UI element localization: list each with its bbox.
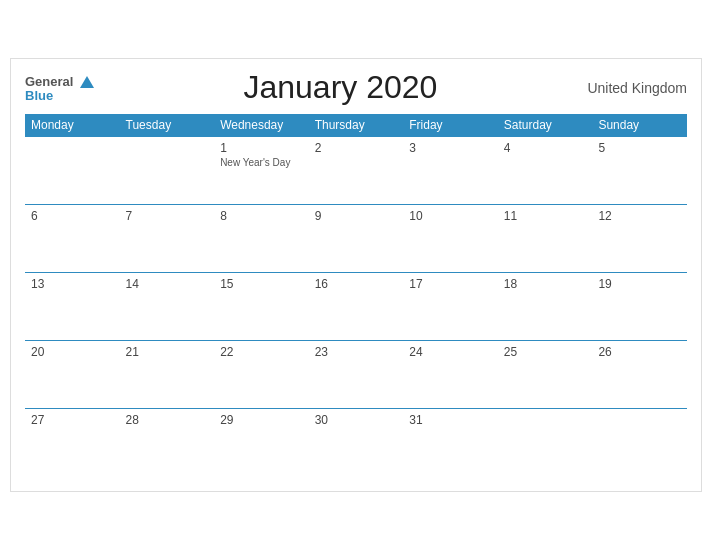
day-number: 24 [409,345,422,359]
calendar-cell: 8 [214,205,309,273]
calendar-cell: 21 [120,341,215,409]
calendar-cell [498,409,593,477]
calendar-body: 1New Year's Day2345678910111213141516171… [25,137,687,477]
calendar-cell: 9 [309,205,404,273]
day-number: 29 [220,413,233,427]
calendar-cell: 10 [403,205,498,273]
calendar-cell: 19 [592,273,687,341]
day-number: 3 [409,141,416,155]
day-number: 25 [504,345,517,359]
day-number: 5 [598,141,605,155]
day-number: 17 [409,277,422,291]
col-saturday: Saturday [498,114,593,137]
holiday-label: New Year's Day [220,157,303,168]
day-number: 22 [220,345,233,359]
day-number: 26 [598,345,611,359]
col-sunday: Sunday [592,114,687,137]
day-number: 18 [504,277,517,291]
day-number: 13 [31,277,44,291]
day-number: 8 [220,209,227,223]
logo-general-text: General [25,74,73,89]
calendar-cell [120,137,215,205]
calendar-cell: 16 [309,273,404,341]
calendar-cell: 28 [120,409,215,477]
col-tuesday: Tuesday [120,114,215,137]
logo-general: General [25,73,94,89]
logo: General Blue [25,73,94,102]
day-number: 30 [315,413,328,427]
calendar-cell [592,409,687,477]
calendar-cell: 12 [592,205,687,273]
calendar-cell: 26 [592,341,687,409]
logo-triangle-icon [80,76,94,88]
calendar-cell: 29 [214,409,309,477]
calendar-cell: 11 [498,205,593,273]
day-number: 27 [31,413,44,427]
col-monday: Monday [25,114,120,137]
day-number: 7 [126,209,133,223]
day-number: 16 [315,277,328,291]
calendar-cell [25,137,120,205]
calendar-cell: 18 [498,273,593,341]
day-number: 14 [126,277,139,291]
col-wednesday: Wednesday [214,114,309,137]
calendar-cell: 31 [403,409,498,477]
calendar-cell: 3 [403,137,498,205]
calendar-cell: 27 [25,409,120,477]
day-number: 2 [315,141,322,155]
calendar-cell: 7 [120,205,215,273]
calendar: General Blue January 2020 United Kingdom… [10,58,702,492]
calendar-cell: 2 [309,137,404,205]
calendar-week-2: 6789101112 [25,205,687,273]
calendar-cell: 13 [25,273,120,341]
day-number: 31 [409,413,422,427]
day-number: 23 [315,345,328,359]
days-header-row: Monday Tuesday Wednesday Thursday Friday… [25,114,687,137]
day-number: 4 [504,141,511,155]
calendar-week-1: 1New Year's Day2345 [25,137,687,205]
day-number: 19 [598,277,611,291]
day-number: 21 [126,345,139,359]
calendar-cell: 17 [403,273,498,341]
calendar-cell: 1New Year's Day [214,137,309,205]
day-number: 1 [220,141,227,155]
day-number: 12 [598,209,611,223]
calendar-cell: 5 [592,137,687,205]
calendar-region: United Kingdom [587,80,687,96]
day-number: 9 [315,209,322,223]
col-thursday: Thursday [309,114,404,137]
logo-blue-text: Blue [25,89,94,102]
day-number: 15 [220,277,233,291]
calendar-cell: 15 [214,273,309,341]
calendar-week-5: 2728293031 [25,409,687,477]
day-number: 20 [31,345,44,359]
calendar-table: Monday Tuesday Wednesday Thursday Friday… [25,114,687,477]
calendar-cell: 30 [309,409,404,477]
calendar-cell: 25 [498,341,593,409]
day-number: 11 [504,209,517,223]
calendar-cell: 22 [214,341,309,409]
day-number: 6 [31,209,38,223]
calendar-cell: 20 [25,341,120,409]
day-number: 28 [126,413,139,427]
calendar-week-4: 20212223242526 [25,341,687,409]
calendar-cell: 14 [120,273,215,341]
col-friday: Friday [403,114,498,137]
calendar-cell: 4 [498,137,593,205]
calendar-cell: 6 [25,205,120,273]
calendar-cell: 24 [403,341,498,409]
calendar-cell: 23 [309,341,404,409]
day-number: 10 [409,209,422,223]
calendar-title: January 2020 [94,69,587,106]
calendar-header: General Blue January 2020 United Kingdom [25,69,687,106]
calendar-week-3: 13141516171819 [25,273,687,341]
